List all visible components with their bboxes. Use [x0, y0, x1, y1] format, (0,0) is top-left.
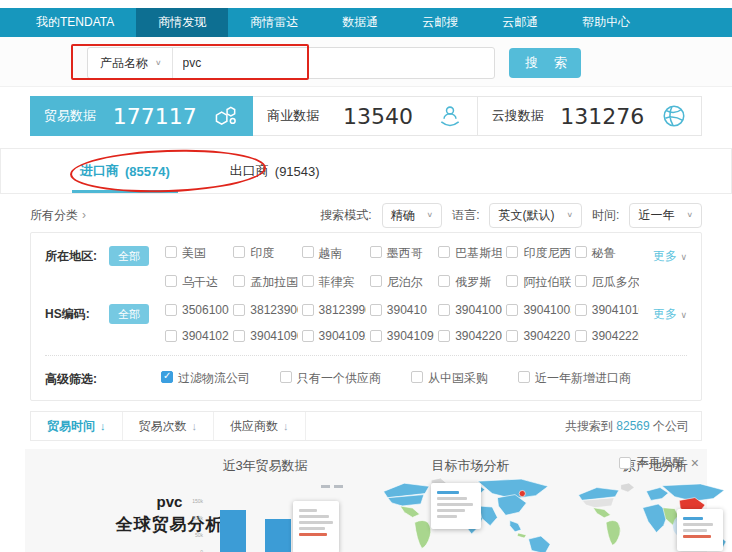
time-value: 近一年	[638, 207, 674, 224]
stat-cloud-search-data[interactable]: 云搜数据 131276	[478, 96, 702, 136]
hscode-checkbox[interactable]: 390410	[370, 303, 434, 317]
stats-bar: 贸易数据 177117 商业数据 13540 云搜数据 131276	[30, 96, 702, 136]
tab-importers[interactable]: 进口商 (85574)	[76, 149, 174, 193]
search-input[interactable]	[173, 48, 494, 78]
hscode-checkbox[interactable]: 39041099	[370, 329, 434, 343]
region-checkbox[interactable]: 巴基斯坦	[438, 245, 502, 262]
hscode-checkbox[interactable]: 39041000	[438, 303, 502, 317]
stat-value: 13540	[319, 104, 436, 129]
result-count-text: 共搜索到 82569 个公司	[565, 418, 701, 435]
region-checkbox[interactable]: 孟加拉国	[233, 274, 297, 291]
search-button[interactable]: 搜 索	[509, 48, 581, 78]
hscode-checkbox[interactable]: 39041092	[302, 329, 366, 343]
svg-text:100k: 100k	[192, 515, 203, 521]
region-checkbox[interactable]: 美国	[165, 245, 229, 262]
dismiss-row: 不再提醒 ×	[619, 454, 699, 471]
region-label: 所在地区:	[45, 245, 109, 291]
chevron-down-icon: ∨	[686, 211, 693, 219]
region-checkbox[interactable]: 越南	[302, 245, 366, 262]
hscode-checkbox-grid: 35061000 38123900 38123990 390410 390410…	[165, 303, 639, 343]
svg-text:50k: 50k	[195, 532, 204, 538]
time-select[interactable]: 近一年 ∨	[629, 203, 702, 228]
region-more-link[interactable]: 更多 ∨	[639, 245, 687, 291]
hscode-filter-row: HS编码: 全部 35061000 38123900 38123990 3904…	[45, 303, 687, 343]
person-hand-icon	[437, 103, 463, 129]
chart-legend	[321, 485, 343, 488]
stat-trade-data[interactable]: 贸易数据 177117	[30, 96, 253, 136]
hscode-more-link[interactable]: 更多 ∨	[639, 303, 687, 343]
search-category-dropdown[interactable]: 产品名称 ∨	[88, 48, 173, 78]
nav-item-help-center[interactable]: 帮助中心	[560, 8, 652, 37]
checkbox-icon	[165, 246, 177, 258]
spacer	[125, 368, 161, 388]
checkbox-icon	[370, 275, 382, 287]
dont-remind-checkbox[interactable]	[619, 457, 631, 469]
hscode-checkbox[interactable]: 39042220	[575, 329, 639, 343]
advanced-checkbox-buy-from-china[interactable]: 从中国采购	[411, 370, 488, 388]
sort-trade-count[interactable]: 贸易次数↓	[123, 412, 215, 440]
stat-label: 商业数据	[267, 107, 319, 125]
checkbox-icon	[506, 246, 518, 258]
top-margin	[0, 0, 732, 8]
sort-supplier-count[interactable]: 供应商数↓	[214, 412, 306, 440]
region-all-button[interactable]: 全部	[109, 246, 149, 266]
region-checkbox[interactable]: 尼泊尔	[370, 274, 434, 291]
target-market-map[interactable]: 目标市场分析	[373, 457, 568, 552]
hscode-checkbox[interactable]: 39041020	[165, 329, 229, 343]
region-checkbox[interactable]: 厄瓜多尔	[575, 274, 639, 291]
nav-item-cloud-mail-pass[interactable]: 云邮通	[480, 8, 560, 37]
language-select[interactable]: 英文(默认) ∨	[489, 203, 582, 228]
stat-value: 177117	[96, 104, 213, 129]
hscode-checkbox[interactable]: 39041090	[233, 329, 297, 343]
region-filter-row: 所在地区: 全部 美国 印度 越南 墨西哥 巴基斯坦 印度尼西亚 秘鲁 乌干达 …	[45, 245, 687, 291]
region-checkbox[interactable]: 俄罗斯	[438, 274, 502, 291]
region-checkbox[interactable]: 印度	[233, 245, 297, 262]
chart-title: 近3年贸易数据	[165, 457, 365, 475]
search-mode-select[interactable]: 精确 ∨	[382, 203, 443, 228]
hscode-all-button[interactable]: 全部	[109, 304, 149, 324]
nav-item-data-pass[interactable]: 数据通	[320, 8, 400, 37]
origin-map[interactable]: 原产地分析	[573, 457, 732, 552]
region-checkbox[interactable]: 秘鲁	[575, 245, 639, 262]
checkbox-icon	[411, 371, 423, 383]
hscode-checkbox[interactable]: 39041003	[506, 303, 570, 317]
hscode-checkbox[interactable]: 39042201	[506, 329, 570, 343]
stat-value: 131276	[544, 104, 661, 129]
hscode-checkbox[interactable]: 35061000	[165, 303, 229, 317]
map2-tooltip	[677, 509, 723, 551]
filter-panel: 所在地区: 全部 美国 印度 越南 墨西哥 巴基斯坦 印度尼西亚 秘鲁 乌干达 …	[30, 232, 702, 401]
checkbox-icon	[506, 275, 518, 287]
advanced-checkbox-single-supplier[interactable]: 只有一个供应商	[280, 370, 381, 388]
nav-item-business-discovery[interactable]: 商情发现	[136, 8, 228, 37]
nav-item-business-radar[interactable]: 商情雷达	[228, 8, 320, 37]
hscode-checkbox[interactable]: 39041010	[575, 303, 639, 317]
advanced-checkbox-new-importers[interactable]: 近一年新增进口商	[518, 370, 631, 388]
checkbox-icon	[302, 275, 314, 287]
trade-3yr-chart[interactable]: 近3年贸易数据 150k100k50k0 2019 2020 2021	[165, 457, 365, 552]
close-icon[interactable]: ×	[691, 455, 699, 471]
checkbox-icon	[233, 275, 245, 287]
region-checkbox[interactable]: 乌干达	[165, 274, 229, 291]
top-nav: 我的TENDATA 商情发现 商情雷达 数据通 云邮搜 云邮通 帮助中心	[0, 8, 732, 37]
search-group: 产品名称 ∨	[87, 47, 495, 79]
tab-exporters[interactable]: 出口商 (91543)	[226, 149, 324, 193]
category-mode-row: 所有分类 › 搜索模式: 精确 ∨ 语言: 英文(默认) ∨ 时间: 近一年 ∨	[30, 202, 702, 228]
arrow-down-icon: ↓	[283, 412, 289, 440]
all-categories-link[interactable]: 所有分类	[30, 207, 78, 224]
analysis-promo-panel: 不再提醒 × pvc 全球贸易分析 近3年贸易数据 150k100k50k0 2…	[25, 449, 707, 552]
checkbox-icon	[506, 304, 518, 316]
advanced-checkbox-filter-logistics[interactable]: 过滤物流公司	[161, 370, 250, 388]
hscode-checkbox[interactable]: 38123900	[233, 303, 297, 317]
sort-trade-time[interactable]: 贸易时间↓	[31, 412, 123, 440]
stat-business-data[interactable]: 商业数据 13540	[253, 96, 477, 136]
region-checkbox[interactable]: 菲律宾	[302, 274, 366, 291]
nav-item-my-tendata[interactable]: 我的TENDATA	[14, 8, 136, 37]
nav-item-cloud-mail-search[interactable]: 云邮搜	[400, 8, 480, 37]
region-checkbox[interactable]: 墨西哥	[370, 245, 434, 262]
region-checkbox[interactable]: 阿拉伯联合...	[506, 274, 570, 291]
advanced-label: 高级筛选:	[45, 368, 125, 388]
hscode-checkbox[interactable]: 39042200	[438, 329, 502, 343]
region-checkbox[interactable]: 印度尼西亚	[506, 245, 570, 262]
hscode-checkbox[interactable]: 38123990	[302, 303, 366, 317]
globe-icon	[661, 103, 687, 129]
